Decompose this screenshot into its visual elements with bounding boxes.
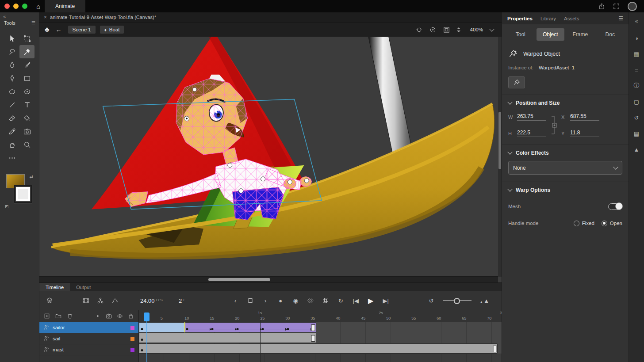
- swatches-panel-icon[interactable]: ▦: [630, 46, 643, 62]
- frames-row-mast[interactable]: [139, 343, 502, 354]
- app-tab-animate[interactable]: Animate: [45, 0, 85, 12]
- swap-asset-button[interactable]: [508, 76, 525, 88]
- step-one-forward-button[interactable]: ▶|: [382, 297, 390, 304]
- properties-subtab-frame[interactable]: Frame: [566, 28, 594, 41]
- keyframe-dot[interactable]: [141, 339, 143, 341]
- mesh-toggle[interactable]: [608, 203, 622, 210]
- history-panel-icon[interactable]: ↺: [630, 110, 643, 126]
- properties-subtab-tool[interactable]: Tool: [506, 28, 535, 41]
- default-colors-icon[interactable]: ◩: [5, 204, 9, 209]
- horizontal-scroll-thumb[interactable]: [208, 278, 270, 281]
- loop-button[interactable]: ↻: [337, 297, 345, 304]
- lasso-tool[interactable]: [4, 45, 19, 58]
- keyframe-dot[interactable]: [287, 328, 289, 330]
- stage-canvas[interactable]: [39, 37, 502, 282]
- eyedropper-tool[interactable]: [4, 125, 19, 138]
- x-value[interactable]: 687.55: [570, 113, 599, 121]
- timeline-zoom-slider[interactable]: [443, 300, 472, 301]
- panel-menu-icon[interactable]: ☰: [618, 15, 623, 22]
- fluid-brush-tool[interactable]: [4, 58, 19, 72]
- timeline-tab-output[interactable]: Output: [70, 283, 97, 291]
- highlight-column-icon[interactable]: [95, 313, 101, 319]
- keyframe-dot[interactable]: [237, 328, 239, 330]
- rotation-icon[interactable]: [429, 27, 436, 33]
- document-tab-title[interactable]: animate-Tutorial-9-Asset-Warp-Tool.fla (…: [50, 15, 156, 20]
- edit-multiple-frames-button[interactable]: [322, 297, 330, 304]
- frames-row-sailor[interactable]: [139, 322, 502, 333]
- horizontal-scrollbar[interactable]: [39, 276, 498, 282]
- step-back-button[interactable]: ‹: [231, 297, 239, 304]
- delete-layer-button[interactable]: [67, 313, 73, 319]
- close-window-button[interactable]: [4, 4, 10, 9]
- center-stage-icon[interactable]: [416, 27, 422, 33]
- layer-color-chip[interactable]: [130, 326, 134, 330]
- keyframe-dot[interactable]: [262, 328, 264, 330]
- collapse-tools-icon[interactable]: «: [3, 14, 6, 19]
- new-layer-button[interactable]: [44, 313, 50, 319]
- classic-brush-tool[interactable]: [19, 58, 34, 72]
- oval-tool[interactable]: [4, 85, 19, 98]
- transform-panel-icon[interactable]: ▢: [630, 94, 643, 110]
- layer-sailor[interactable]: sailor: [39, 322, 138, 333]
- stage-artwork[interactable]: [39, 37, 502, 277]
- eraser-tool[interactable]: [4, 111, 19, 125]
- camera-tool[interactable]: [19, 125, 34, 138]
- current-frame-control[interactable]: 2 F: [179, 297, 185, 304]
- handle-mode-fixed[interactable]: Fixed: [574, 221, 594, 226]
- layer-color-chip[interactable]: [130, 337, 134, 341]
- position-size-header[interactable]: Position and Size: [502, 95, 629, 111]
- rectangle-tool[interactable]: [19, 72, 34, 85]
- x-field[interactable]: X 687.55: [561, 113, 599, 121]
- keyframe-dot[interactable]: [141, 349, 143, 351]
- tools-menu-icon[interactable]: ☰: [31, 20, 35, 25]
- frame-span[interactable]: [139, 322, 185, 332]
- color-effect-dropdown[interactable]: None: [508, 161, 622, 175]
- keyframe-dot[interactable]: [211, 328, 214, 330]
- free-transform-tool[interactable]: [19, 32, 34, 45]
- paint-bucket-tool[interactable]: [19, 111, 34, 125]
- zoom-control[interactable]: 400%: [468, 26, 496, 34]
- onion-outline-button[interactable]: [307, 297, 314, 304]
- color-effects-header[interactable]: Color Effects: [502, 145, 629, 161]
- width-field[interactable]: W 263.75: [508, 113, 546, 121]
- graph-editor-icon[interactable]: [111, 297, 119, 304]
- play-button[interactable]: ▶: [367, 297, 375, 305]
- components-panel-icon[interactable]: ▤: [630, 126, 643, 141]
- home-icon[interactable]: ⌂: [36, 3, 40, 10]
- height-value[interactable]: 222.5: [517, 130, 546, 137]
- insert-keyframe-button[interactable]: ●: [276, 297, 284, 304]
- timeline-ruler[interactable]: [139, 310, 502, 322]
- lock-column-icon[interactable]: [128, 313, 134, 319]
- minimize-window-button[interactable]: [13, 4, 19, 9]
- width-value[interactable]: 263.75: [517, 113, 546, 121]
- pen-tool[interactable]: [4, 72, 19, 85]
- new-folder-button[interactable]: [55, 313, 61, 319]
- color-panel-icon[interactable]: ◑: [630, 30, 643, 46]
- hand-tool[interactable]: [4, 138, 19, 151]
- share-icon[interactable]: [598, 3, 605, 10]
- film-strip-icon[interactable]: [82, 297, 90, 304]
- visibility-column-icon[interactable]: [117, 313, 123, 319]
- layer-mast[interactable]: mast: [39, 344, 138, 355]
- keyframe-dot[interactable]: [141, 328, 143, 330]
- y-field[interactable]: Y 11.8: [561, 130, 599, 137]
- zoom-stepper[interactable]: [457, 27, 460, 32]
- layer-parenting-icon[interactable]: [96, 297, 104, 304]
- camera-column-icon[interactable]: [106, 313, 112, 319]
- info-panel-icon[interactable]: ⓘ: [630, 78, 643, 94]
- vertical-scroll-thumb[interactable]: [498, 112, 501, 169]
- warp-options-header[interactable]: Warp Options: [502, 182, 629, 198]
- fps-control[interactable]: 24.00 FPS: [140, 297, 163, 304]
- fullscreen-icon[interactable]: [613, 3, 620, 10]
- collapse-panels-icon[interactable]: «: [630, 15, 643, 27]
- frame-span[interactable]: [139, 333, 316, 343]
- close-document-icon[interactable]: ×: [44, 14, 47, 20]
- vertical-scrollbar[interactable]: [498, 37, 502, 277]
- height-field[interactable]: H 222.5: [508, 130, 546, 137]
- motion-presets-panel-icon[interactable]: ▲: [630, 141, 643, 157]
- breadcrumb-symbol[interactable]: ♦ Boat: [100, 26, 124, 34]
- frame-view-icon[interactable]: ▲▲: [479, 297, 489, 304]
- text-tool[interactable]: [19, 98, 34, 111]
- handle-mode-open[interactable]: Open: [602, 221, 622, 226]
- selection-tool[interactable]: [4, 32, 19, 45]
